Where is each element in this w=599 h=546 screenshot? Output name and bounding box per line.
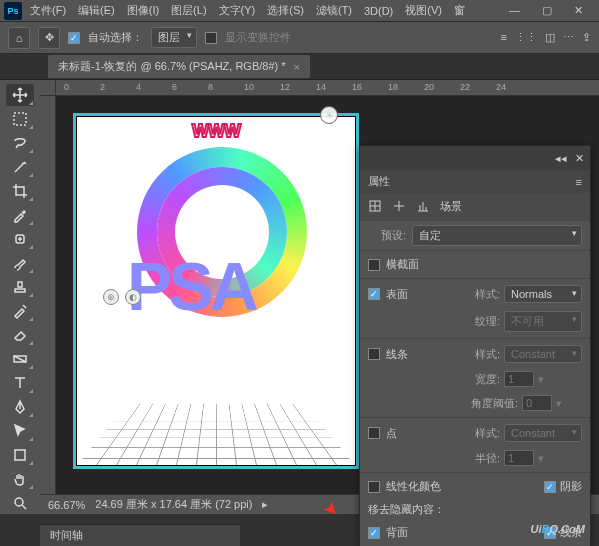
angle-threshold-label: 角度阈值: — [462, 396, 518, 411]
lines-style-label: 样式: — [462, 347, 500, 362]
type-tool[interactable] — [6, 372, 34, 394]
3d-mode-icon[interactable]: ◫ — [545, 31, 555, 44]
align-icon[interactable]: ≡ — [501, 31, 507, 44]
panel-title: 属性 — [368, 174, 390, 189]
distribute-icon[interactable]: ⋮⋮ — [515, 31, 537, 44]
remove-hidden-label: 移去隐藏内容： — [368, 502, 445, 517]
linearize-label: 线性化颜色 — [386, 479, 441, 494]
angle-field: 0 — [522, 395, 552, 411]
close-tab-icon[interactable]: × — [294, 61, 300, 73]
hand-tool[interactable] — [6, 468, 34, 490]
lines-checkbox[interactable] — [368, 348, 380, 360]
home-icon[interactable]: ⌂ — [8, 27, 30, 49]
points-style-dropdown: Constant — [504, 424, 582, 442]
menu-3d[interactable]: 3D(D) — [364, 5, 393, 17]
show-transform-checkbox[interactable] — [205, 32, 217, 44]
surface-label: 表面 — [386, 287, 408, 302]
share-icon[interactable]: ⇪ — [582, 31, 591, 44]
path-select-tool[interactable] — [6, 420, 34, 442]
menu-layer[interactable]: 图层(L) — [171, 3, 206, 18]
points-label: 点 — [386, 426, 397, 441]
surface-checkbox[interactable] — [368, 288, 380, 300]
zoom-tool[interactable] — [6, 492, 34, 514]
marquee-tool[interactable] — [6, 108, 34, 130]
artwork-text: PSA — [127, 247, 255, 325]
window-close-icon[interactable]: ✕ — [574, 4, 583, 17]
eyedropper-tool[interactable] — [6, 204, 34, 226]
document-canvas[interactable]: WWW PSA ⊕◐ — [76, 116, 356, 466]
points-checkbox[interactable] — [368, 427, 380, 439]
svg-point-4 — [15, 498, 23, 506]
add-icon[interactable] — [392, 199, 406, 215]
mesh-icon[interactable] — [368, 199, 382, 215]
window-minimize-icon[interactable]: — — [509, 4, 520, 17]
horizontal-ruler[interactable]: 0 2 4 6 8 10 12 14 16 18 20 22 24 — [56, 80, 599, 96]
points-style-label: 样式: — [462, 426, 500, 441]
panel-collapse-icon[interactable]: ◂◂ — [555, 152, 567, 165]
healing-brush-tool[interactable] — [6, 228, 34, 250]
lasso-tool[interactable] — [6, 132, 34, 154]
crop-tool[interactable] — [6, 180, 34, 202]
3d-axis-widget[interactable]: ⊕◐ — [103, 289, 141, 305]
coordinates-icon[interactable] — [416, 199, 430, 215]
status-chevron-icon[interactable]: ▸ — [262, 498, 268, 511]
surface-style-dropdown[interactable]: Normals — [504, 285, 582, 303]
shadow-checkbox[interactable] — [544, 481, 556, 493]
brush-tool[interactable] — [6, 252, 34, 274]
document-tab-title: 未标题-1-恢复的 @ 66.7% (PSAHZ, RGB/8#) * — [58, 59, 286, 74]
angle-stepper-icon: ▾ — [556, 397, 562, 410]
lines-label: 线条 — [386, 347, 408, 362]
panel-menu-icon[interactable]: ≡ — [576, 176, 582, 188]
width-stepper-icon: ▾ — [538, 373, 544, 386]
radius-field: 1 — [504, 450, 534, 466]
move-tool[interactable] — [6, 84, 34, 106]
auto-select-checkbox[interactable] — [68, 32, 80, 44]
stamp-tool[interactable] — [6, 276, 34, 298]
svg-rect-3 — [15, 450, 25, 460]
menu-type[interactable]: 文字(Y) — [219, 3, 256, 18]
menu-filter[interactable]: 滤镜(T) — [316, 3, 352, 18]
preset-dropdown[interactable]: 自定 — [412, 225, 582, 246]
lines-style-dropdown: Constant — [504, 345, 582, 363]
shape-tool[interactable] — [6, 444, 34, 466]
radius-stepper-icon: ▾ — [538, 452, 544, 465]
timeline-panel-tab[interactable]: 时间轴 — [40, 524, 240, 546]
app-logo: Ps — [4, 2, 22, 20]
move-tool-icon[interactable]: ✥ — [38, 27, 60, 49]
texture-label: 纹理: — [462, 314, 500, 329]
menu-select[interactable]: 选择(S) — [267, 3, 304, 18]
window-restore-icon[interactable]: ▢ — [542, 4, 552, 17]
linearize-checkbox[interactable] — [368, 481, 380, 493]
auto-select-label: 自动选择： — [88, 30, 143, 45]
document-dimensions[interactable]: 24.69 厘米 x 17.64 厘米 (72 ppi) — [95, 497, 252, 512]
menu-view[interactable]: 视图(V) — [405, 3, 442, 18]
surface-style-label: 样式: — [462, 287, 500, 302]
menu-image[interactable]: 图像(I) — [127, 3, 159, 18]
texture-dropdown: 不可用 — [504, 311, 582, 332]
ruler-origin[interactable] — [40, 80, 56, 96]
eraser-tool[interactable] — [6, 324, 34, 346]
backface-checkbox[interactable] — [368, 527, 380, 539]
menu-window[interactable]: 窗 — [454, 3, 465, 18]
scene-label: 场景 — [440, 199, 462, 215]
auto-select-target-dropdown[interactable]: 图层 — [151, 27, 197, 48]
backface-label: 背面 — [386, 525, 408, 540]
pen-tool[interactable] — [6, 396, 34, 418]
magic-wand-tool[interactable] — [6, 156, 34, 178]
menu-file[interactable]: 文件(F) — [30, 3, 66, 18]
preset-label: 预设: — [368, 228, 406, 243]
artwork-watermark: WWW — [97, 121, 335, 142]
site-watermark: UiBQ.CoM — [531, 515, 585, 538]
more-options-icon[interactable]: ⋯ — [563, 31, 574, 44]
gradient-tool[interactable] — [6, 348, 34, 370]
menu-edit[interactable]: 编辑(E) — [78, 3, 115, 18]
properties-panel: ◂◂ ✕ 属性 ≡ 场景 预设: 自定 横截面 表面 样式:Normals 纹理… — [359, 145, 591, 546]
vertical-ruler[interactable] — [40, 96, 56, 514]
3d-light-handle[interactable]: ☀ — [320, 106, 338, 124]
document-tab[interactable]: 未标题-1-恢复的 @ 66.7% (PSAHZ, RGB/8#) * × — [48, 55, 310, 78]
cross-section-checkbox[interactable] — [368, 259, 380, 271]
history-brush-tool[interactable] — [6, 300, 34, 322]
zoom-level[interactable]: 66.67% — [48, 499, 85, 511]
panel-close-icon[interactable]: ✕ — [575, 152, 584, 165]
shadow-label: 阴影 — [560, 479, 582, 494]
